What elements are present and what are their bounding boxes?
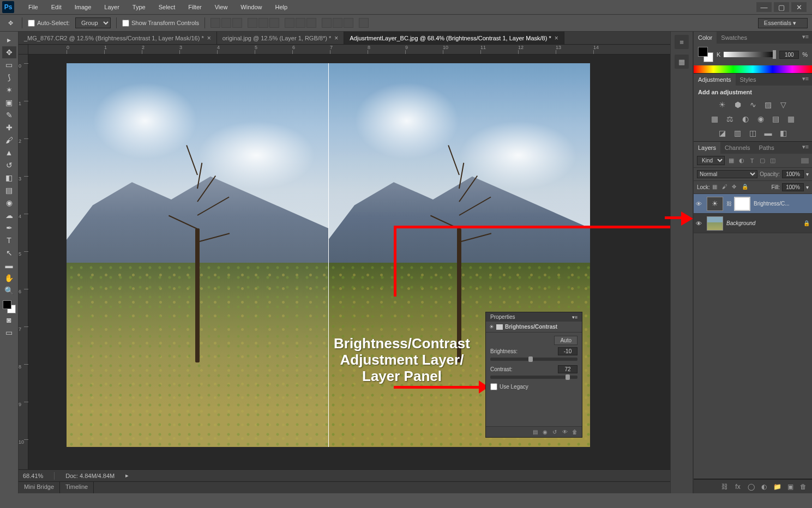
doc-tab-0[interactable]: _MG_8767.CR2 @ 12.5% (Brightness/Contras… (19, 32, 217, 44)
pen-tool[interactable]: ✒ (2, 222, 16, 234)
layer-filter-kind[interactable]: Kind (697, 156, 725, 165)
invert-icon[interactable]: ◪ (717, 128, 729, 138)
layer-brightness-contrast[interactable]: 👁 ☀ ⛓ Brightness/C... (694, 194, 812, 214)
panel-color-chip[interactable] (698, 47, 713, 62)
crop-tool[interactable]: ▣ (2, 96, 16, 108)
show-transform-checkbox[interactable]: Show Transform Controls (122, 20, 199, 27)
use-legacy-checkbox[interactable]: Use Legacy (490, 383, 578, 390)
zoom-level[interactable]: 68.41% (23, 473, 43, 479)
tab-mini-bridge[interactable]: Mini Bridge (19, 482, 60, 493)
selective-icon[interactable]: ◧ (778, 128, 790, 138)
minimize-button[interactable]: — (756, 2, 772, 12)
history-panel-icon[interactable]: ≡ (675, 35, 689, 49)
doc-tab-2[interactable]: AdjusrtmentLayer_BC.jpg @ 68.4% (Brightn… (344, 32, 564, 44)
brightness-slider[interactable] (490, 358, 578, 361)
layer-thumb[interactable] (707, 216, 723, 231)
close-icon[interactable]: × (334, 34, 338, 42)
tab-layers[interactable]: Layers (694, 142, 720, 154)
filter-adj-icon[interactable]: ◐ (737, 157, 746, 165)
workspace-switcher[interactable]: Essentials ▾ (758, 18, 808, 28)
levels-icon[interactable]: ⬢ (732, 100, 744, 110)
menu-file[interactable]: File (23, 2, 44, 13)
layer-name[interactable]: Background (726, 220, 800, 226)
filter-toggle[interactable] (801, 158, 809, 164)
panel-menu-icon[interactable]: ▾≡ (799, 74, 812, 86)
trash-icon[interactable]: 🗑 (799, 482, 808, 491)
close-icon[interactable]: × (555, 34, 558, 42)
close-icon[interactable]: × (207, 34, 211, 42)
tab-swatches[interactable]: Swatches (717, 32, 751, 44)
lock-transparent-icon[interactable]: ▦ (712, 184, 720, 191)
threshold-icon[interactable]: ◫ (747, 128, 759, 138)
lookup-icon[interactable]: ▦ (785, 114, 797, 124)
lock-position-icon[interactable]: ✥ (732, 184, 739, 191)
eraser-tool[interactable]: ◧ (2, 172, 16, 184)
healing-tool[interactable]: ✚ (2, 122, 16, 134)
eyedropper-tool[interactable]: ✎ (2, 109, 16, 121)
opacity-input[interactable] (782, 170, 804, 178)
eye-icon[interactable]: 👁 (696, 220, 703, 227)
marquee-tool[interactable]: ▭ (2, 59, 16, 71)
filter-pixel-icon[interactable]: ▦ (727, 157, 736, 165)
quick-mask-tool[interactable]: ◙ (2, 314, 16, 326)
blend-mode[interactable]: Normal (697, 170, 757, 178)
adjustment-layer-icon[interactable]: ◐ (760, 482, 768, 491)
mask-icon[interactable]: ◯ (747, 482, 755, 491)
lasso-tool[interactable]: ⟆ (2, 71, 16, 83)
panel-menu-icon[interactable]: ▾≡ (572, 315, 578, 320)
menu-view[interactable]: View (209, 2, 233, 13)
tab-adjustments[interactable]: Adjustments (694, 74, 736, 86)
properties-panel[interactable]: Properties ▾≡ ☀ Brightness/Contrast Auto… (485, 312, 582, 438)
mask-thumb[interactable] (734, 197, 750, 211)
bw-icon[interactable]: ◐ (739, 114, 751, 124)
dodge-tool[interactable]: ☁ (2, 209, 16, 221)
ruler-horizontal[interactable]: 01234567891011121314 (28, 45, 670, 55)
layer-name[interactable]: Brightness/C... (754, 201, 810, 207)
lock-all-icon[interactable]: 🔒 (742, 184, 749, 191)
brightness-input[interactable] (558, 347, 578, 355)
exposure-icon[interactable]: ▨ (762, 100, 774, 110)
type-tool[interactable]: T (2, 234, 16, 246)
auto-select-mode[interactable]: Group (75, 17, 111, 28)
layer-background[interactable]: 👁 Background 🔒 (694, 214, 812, 233)
panel-menu-icon[interactable]: ▾≡ (799, 32, 812, 44)
hand-tool[interactable]: ✋ (2, 272, 16, 284)
fill-input[interactable] (782, 183, 804, 191)
k-input[interactable] (779, 51, 799, 59)
menu-help[interactable]: Help (269, 2, 293, 13)
link-layers-icon[interactable]: ⛓ (720, 482, 729, 491)
close-button[interactable]: ✕ (791, 2, 807, 12)
contrast-input[interactable] (558, 365, 578, 373)
view-prev-icon[interactable]: ◉ (543, 429, 549, 436)
foreground-color[interactable] (3, 300, 11, 309)
path-select-tool[interactable]: ↖ (2, 247, 16, 259)
menu-type[interactable]: Type (127, 2, 151, 13)
menu-filter[interactable]: Filter (183, 2, 207, 13)
properties-panel-icon[interactable]: ▦ (675, 55, 689, 69)
trash-icon[interactable]: 🗑 (572, 429, 579, 436)
doc-tab-1[interactable]: original.jpg @ 12.5% (Layer 1, RGB/8*) *… (217, 32, 345, 44)
zoom-tool[interactable]: 🔍 (2, 285, 16, 297)
tab-paths[interactable]: Paths (755, 142, 779, 154)
tab-channels[interactable]: Channels (720, 142, 754, 154)
auto-select-checkbox[interactable]: Auto-Select: (28, 20, 70, 27)
screen-mode-tool[interactable]: ▭ (2, 326, 16, 338)
gradient-tool[interactable]: ▤ (2, 184, 16, 196)
hue-icon[interactable]: ▦ (709, 114, 721, 124)
blur-tool[interactable]: ◉ (2, 197, 16, 209)
balance-icon[interactable]: ⚖ (724, 114, 736, 124)
tab-styles[interactable]: Styles (736, 74, 761, 86)
maximize-button[interactable]: ▢ (774, 2, 789, 12)
lock-icon[interactable]: 🔒 (803, 220, 810, 226)
shape-tool[interactable]: ▬ (2, 259, 16, 271)
toolbox-toggle[interactable]: ▸ (2, 34, 16, 46)
align-top-icon[interactable] (210, 18, 220, 28)
new-layer-icon[interactable]: ▣ (786, 482, 795, 491)
menu-image[interactable]: Image (69, 2, 97, 13)
menu-window[interactable]: Window (235, 2, 267, 13)
doc-size[interactable]: Doc: 4.84M/4.84M (65, 473, 115, 479)
canvas[interactable]: Brightness/Contrast Adjustment Layer/ La… (67, 63, 590, 447)
auto-button[interactable]: Auto (554, 336, 578, 345)
mixer-icon[interactable]: ▤ (770, 114, 782, 124)
posterize-icon[interactable]: ▥ (732, 128, 744, 138)
